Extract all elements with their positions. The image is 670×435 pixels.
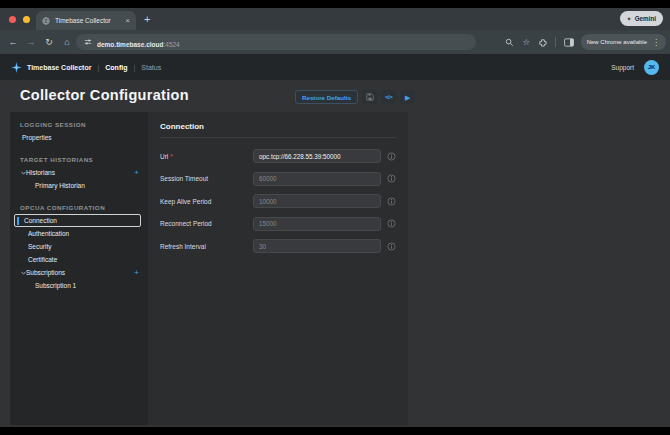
sidebar-item-label: Properties	[22, 134, 52, 141]
sidebar-item-label: Historians	[26, 169, 55, 176]
app-header: Timebase Collector | Config | Status Sup…	[0, 54, 670, 80]
timebase-logo-icon	[11, 62, 22, 73]
app-page: Timebase Collector | Config | Status Sup…	[0, 54, 670, 427]
home-icon[interactable]: ⌂	[58, 37, 76, 47]
sidebar-item-label: Connection	[24, 217, 57, 224]
tab-title: Timebase Collector	[55, 17, 120, 24]
gemini-spark-icon: ✦	[627, 15, 632, 22]
info-icon[interactable]	[387, 197, 396, 206]
field-row-url: Url*	[160, 149, 396, 163]
field-row-reconnect-period: Reconnect Period	[160, 217, 396, 231]
field-row-keep-alive-period: Keep Alive Period	[160, 194, 396, 208]
field-label: Url*	[160, 153, 253, 160]
refresh-interval-input[interactable]	[253, 239, 381, 253]
header-separator: |	[97, 64, 99, 71]
field-label: Refresh Interval	[160, 243, 253, 250]
sidebar-section-header: TARGET HISTORIANS	[20, 156, 148, 163]
save-button[interactable]	[362, 90, 377, 104]
add-icon[interactable]: +	[134, 169, 139, 177]
sidebar-item-properties[interactable]: Properties	[10, 131, 148, 144]
field-row-refresh-interval: Refresh Interval	[160, 239, 396, 253]
new-chrome-label: New Chrome available	[587, 39, 647, 45]
url-port: :4524	[163, 41, 179, 48]
config-sidebar: LOGGING SESSIONPropertiesTARGET HISTORIA…	[10, 112, 148, 425]
sidebar-item-authentication[interactable]: Authentication	[10, 227, 148, 240]
toolbar-divider	[555, 37, 556, 47]
new-tab-button[interactable]: +	[144, 12, 150, 27]
url-input[interactable]	[253, 149, 381, 163]
browser-menu-dots-icon[interactable]: ⋮	[652, 38, 660, 47]
user-avatar[interactable]: JK	[644, 60, 659, 75]
browser-tab[interactable]: Timebase Collector ×	[36, 11, 136, 30]
info-icon[interactable]	[387, 174, 396, 183]
new-chrome-available-button[interactable]: New Chrome available ⋮	[581, 34, 666, 50]
page-title: Collector Configuration	[20, 87, 189, 103]
add-icon[interactable]: +	[134, 269, 139, 277]
sidebar-item-label: Authentication	[28, 230, 69, 237]
site-settings-icon[interactable]	[84, 38, 92, 46]
sidebar-item-label: Certificate	[28, 256, 57, 263]
minimize-window-button[interactable]	[23, 16, 30, 23]
favicon-globe-icon	[42, 17, 50, 25]
save-floppy-icon	[366, 93, 374, 101]
field-label: Keep Alive Period	[160, 198, 253, 205]
side-panel-icon[interactable]	[564, 38, 574, 47]
field-list: Url*Session TimeoutKeep Alive PeriodReco…	[160, 149, 396, 253]
sidebar-item-label: Primary Historian	[35, 182, 85, 189]
bookmark-star-icon[interactable]: ☆	[522, 37, 530, 47]
sidebar-item-connection[interactable]: Connection	[14, 214, 141, 227]
url-host: demo.timebase.cloud	[97, 41, 163, 48]
app-brand[interactable]: Timebase Collector	[27, 64, 91, 71]
nav-tab-status[interactable]: Status	[141, 64, 161, 71]
field-label: Reconnect Period	[160, 220, 253, 227]
code-view-button[interactable]: </>	[381, 90, 396, 104]
browser-window: Timebase Collector × + ✦ Gemini ← → ↻ ⌂ …	[0, 8, 670, 427]
sidebar-item-security[interactable]: Security	[10, 240, 148, 253]
search-icon[interactable]	[505, 38, 514, 47]
panel-title: Connection	[160, 122, 396, 138]
info-icon[interactable]	[387, 219, 396, 228]
required-asterisk: *	[170, 153, 173, 160]
sidebar-item-certificate[interactable]: Certificate	[10, 253, 148, 266]
close-window-button[interactable]	[9, 16, 16, 23]
info-icon[interactable]	[387, 152, 396, 161]
session-timeout-input[interactable]	[253, 172, 381, 186]
sidebar-item-label: Security	[28, 243, 51, 250]
browser-toolbar: ← → ↻ ⌂ demo.timebase.cloud:4524 ☆	[0, 30, 670, 54]
restore-defaults-button[interactable]: Restore Defaults	[295, 90, 358, 104]
extensions-icon[interactable]	[538, 38, 547, 47]
connection-panel: Connection Url*Session TimeoutKeep Alive…	[148, 112, 408, 425]
reload-icon[interactable]: ↻	[40, 37, 58, 47]
sidebar-item-subscription-1[interactable]: Subscription 1	[10, 279, 148, 292]
sidebar-item-label: Subscriptions	[26, 269, 65, 276]
support-link[interactable]: Support	[611, 64, 634, 71]
page-actions: Restore Defaults </> ▶	[295, 90, 415, 104]
browser-tab-strip: Timebase Collector × + ✦ Gemini	[0, 8, 670, 30]
field-row-session-timeout: Session Timeout	[160, 172, 396, 186]
play-icon: ▶	[405, 94, 410, 101]
reconnect-period-input[interactable]	[253, 217, 381, 231]
sidebar-item-label: Subscription 1	[35, 282, 76, 289]
address-bar[interactable]: demo.timebase.cloud:4524	[76, 34, 476, 50]
sidebar-section-header: LOGGING SESSION	[20, 121, 148, 128]
sidebar-item-primary-historian[interactable]: Primary Historian	[10, 179, 148, 192]
tab-close-icon[interactable]: ×	[125, 17, 130, 25]
info-icon[interactable]	[387, 242, 396, 251]
header-separator: |	[133, 64, 135, 71]
field-label: Session Timeout	[160, 175, 253, 182]
gemini-button[interactable]: ✦ Gemini	[620, 11, 663, 26]
run-button[interactable]: ▶	[400, 90, 415, 104]
back-icon[interactable]: ←	[4, 37, 22, 47]
nav-tab-config[interactable]: Config	[105, 64, 127, 71]
sidebar-item-historians[interactable]: Historians+	[10, 166, 148, 179]
sidebar-item-subscriptions[interactable]: Subscriptions+	[10, 266, 148, 279]
gemini-label: Gemini	[635, 15, 656, 22]
sidebar-section-header: OPCUA CONFIGURATION	[20, 204, 148, 211]
selection-caret	[17, 217, 19, 225]
keep-alive-period-input[interactable]	[253, 194, 381, 208]
forward-icon[interactable]: →	[22, 37, 40, 47]
code-icon: </>	[385, 94, 392, 100]
